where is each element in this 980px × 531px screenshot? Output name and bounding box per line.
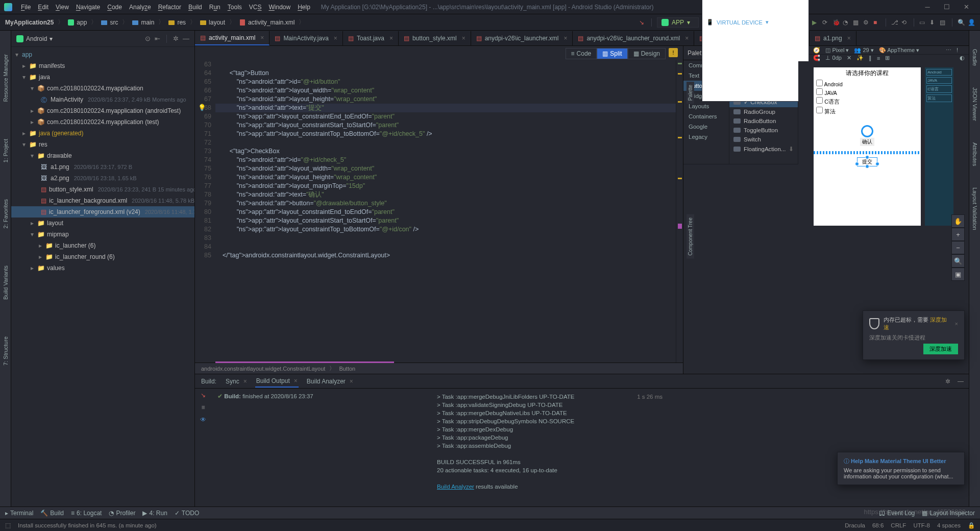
tab-layout-validation[interactable]: Layout Validation bbox=[972, 184, 978, 233]
attach-debugger-icon[interactable]: ⚙ bbox=[863, 19, 870, 26]
breadcrumb[interactable]: layout bbox=[200, 19, 225, 26]
tab-json-viewer[interactable]: JSON Viewer bbox=[972, 84, 978, 124]
bottom-tab-build[interactable]: 🔨 Build bbox=[40, 510, 64, 517]
bottom-tab-todo[interactable]: ✓ TODO bbox=[175, 510, 199, 517]
editor-tab[interactable]: ▤a1.png× bbox=[810, 31, 856, 45]
breadcrumb[interactable]: main bbox=[132, 19, 154, 26]
palette-item[interactable]: RadioGroup bbox=[729, 107, 798, 116]
bottom-tab-run[interactable]: ▶ 4: Run bbox=[142, 510, 167, 517]
search-icon[interactable]: 🔍 bbox=[958, 19, 965, 26]
view-design[interactable]: ▦ Design bbox=[628, 48, 666, 59]
tree-node-folder[interactable]: ▸📁ic_launcher (6) bbox=[11, 240, 194, 251]
tree-node-drawable[interactable]: ▾📁drawable bbox=[11, 150, 194, 161]
menu-analyze[interactable]: Analyze bbox=[126, 4, 155, 11]
device-selector[interactable]: 📱VIRTUAL DEVICE ▾ bbox=[702, 0, 809, 102]
attributes-toggle-icon[interactable]: ◐ bbox=[960, 55, 965, 61]
build-tab-analyzer[interactable]: Build Analyzer× bbox=[306, 376, 354, 387]
status-indent[interactable]: 4 spaces bbox=[937, 522, 961, 528]
editor-tab[interactable]: ▤MainActivity.java× bbox=[270, 31, 343, 45]
breadcrumb[interactable]: app bbox=[68, 19, 87, 26]
zoom-in-icon[interactable]: + bbox=[951, 228, 965, 241]
tab-favorites[interactable]: 2: Favorites bbox=[3, 196, 9, 231]
default-margin[interactable]: ⊥ 0dp bbox=[825, 55, 841, 61]
tab-attributes[interactable]: Attributes bbox=[972, 139, 978, 169]
tree-node-res[interactable]: ▾📁res bbox=[11, 139, 194, 150]
orientation-icon[interactable]: 🧭 bbox=[813, 47, 820, 54]
tree-node-values[interactable]: ▸📁values bbox=[11, 262, 194, 274]
view-split[interactable]: ▥ Split bbox=[597, 48, 627, 59]
tab-project[interactable]: 1: Project bbox=[3, 136, 9, 165]
crumb[interactable]: Button bbox=[339, 366, 355, 372]
autoconnect-icon[interactable]: 🧲 bbox=[813, 55, 820, 61]
theme-selector[interactable]: 🎨 AppTheme ▾ bbox=[879, 47, 919, 54]
selected-widget[interactable]: 提交 bbox=[857, 157, 877, 166]
status-lock-icon[interactable]: 🔒 bbox=[968, 522, 975, 529]
palette-category[interactable]: Google bbox=[683, 122, 729, 132]
palette-item[interactable]: RadioButton bbox=[729, 116, 798, 126]
pack-icon[interactable]: ⊞ bbox=[885, 55, 890, 61]
pan-icon[interactable]: ✋ bbox=[951, 214, 965, 228]
palette-item[interactable]: ToggleButton bbox=[729, 126, 798, 135]
breadcrumb[interactable]: res bbox=[168, 19, 186, 26]
tree-node-layout[interactable]: ▸📁layout bbox=[11, 218, 194, 229]
status-theme[interactable]: Dracula bbox=[845, 522, 865, 528]
tree-node-package[interactable]: ▸📦com.c201801020224.myapplication (andro… bbox=[11, 105, 194, 116]
clear-constraints-icon[interactable]: ✕ bbox=[847, 55, 851, 61]
design-warnings-icon[interactable]: ! bbox=[957, 46, 965, 54]
tree-node-package[interactable]: ▸📦com.c201801020224.myapplication (test) bbox=[11, 116, 194, 128]
close-icon[interactable]: × bbox=[564, 35, 567, 42]
tree-node-generated[interactable]: ▸📁java (generated) bbox=[11, 128, 194, 139]
bottom-tab-logcat[interactable]: ≡ 6: Logcat bbox=[71, 510, 102, 517]
editor-tab[interactable]: ▤activity_main.xml× bbox=[195, 31, 270, 45]
hide-icon[interactable]: — bbox=[183, 35, 189, 42]
apply-changes-icon[interactable]: ⟳ bbox=[822, 19, 829, 26]
breadcrumb[interactable]: src bbox=[101, 19, 118, 26]
project-view-selector[interactable]: Android ▾ bbox=[16, 35, 53, 42]
sdk-manager-icon[interactable]: ⬇ bbox=[929, 19, 937, 26]
zoom-out-icon[interactable]: − bbox=[951, 241, 965, 254]
close-icon[interactable]: × bbox=[260, 34, 264, 41]
status-encoding[interactable]: UTF-8 bbox=[913, 522, 930, 528]
tab-gradle[interactable]: Gradle bbox=[972, 46, 978, 69]
guidelines-icon[interactable]: ‖ bbox=[869, 55, 872, 61]
build-hammer-icon[interactable]: ↘ bbox=[639, 19, 646, 26]
component-tree-stripe-label[interactable]: Component Tree bbox=[687, 214, 694, 259]
tree-node-mipmap[interactable]: ▾📁mipmap bbox=[11, 229, 194, 240]
tab-build-variants[interactable]: Build Variants bbox=[3, 262, 9, 303]
gear-icon[interactable]: ✲ bbox=[173, 35, 179, 42]
git-icon[interactable]: ⎇ bbox=[891, 19, 898, 26]
close-icon[interactable]: × bbox=[847, 35, 851, 42]
close-icon[interactable]: × bbox=[334, 35, 337, 42]
tree-node-file[interactable]: ▤ic_launcher_foreground.xml (v24)2020/8/… bbox=[11, 206, 194, 218]
menu-vcs[interactable]: VCS bbox=[246, 4, 265, 11]
tree-node-package[interactable]: ▾📦com.c201801020224.myapplication bbox=[11, 83, 194, 94]
menu-view[interactable]: View bbox=[52, 4, 72, 11]
bottom-tab-profiler[interactable]: ◔ Profiler bbox=[109, 510, 135, 517]
rerun-icon[interactable]: ↘ bbox=[201, 392, 206, 399]
run-icon[interactable]: ▶ bbox=[812, 19, 819, 26]
status-line-sep[interactable]: CRLF bbox=[891, 522, 906, 528]
tree-node-file[interactable]: 🖼a1.png2020/8/16 23:17, 972 B bbox=[11, 161, 194, 173]
tree-node-class[interactable]: ⒸMainActivity2020/8/16 23:37, 2.49 kB Mo… bbox=[11, 94, 194, 105]
target-icon[interactable]: ⊙ bbox=[145, 35, 151, 42]
zoom-fit-icon[interactable]: 🔍 bbox=[951, 254, 965, 268]
tab-structure[interactable]: 7: Structure bbox=[3, 333, 9, 369]
tree-node-app[interactable]: ▾app bbox=[11, 49, 194, 60]
tab-resource-manager[interactable]: Resource Manager bbox=[3, 51, 9, 105]
design-surface[interactable]: 请选择你的课程 Android JAVA C语言 算法 确认 bbox=[814, 67, 921, 226]
menu-code[interactable]: Code bbox=[104, 4, 126, 11]
toggle-view-icon[interactable]: 👁 bbox=[200, 416, 206, 423]
tree-node-manifests[interactable]: ▸📁manifests bbox=[11, 60, 194, 71]
accelerate-button[interactable]: 深度加速 bbox=[923, 344, 958, 354]
view-code[interactable]: ≡ Code bbox=[566, 48, 597, 59]
warnings-icon[interactable]: ! bbox=[669, 48, 678, 57]
sync-icon[interactable]: ⟲ bbox=[901, 19, 909, 26]
reset-zoom-icon[interactable]: ▣ bbox=[951, 268, 965, 281]
align-icon[interactable]: ≡ bbox=[877, 55, 880, 61]
tree-node-file[interactable]: 🖼a2.png2020/8/16 23:18, 1.65 kB bbox=[11, 173, 194, 184]
stop-icon[interactable]: ■ bbox=[873, 19, 880, 26]
palette-stripe-label[interactable]: Palette bbox=[687, 82, 694, 104]
resource-manager-icon[interactable]: ▤ bbox=[940, 19, 947, 26]
avd-manager-icon[interactable]: ▭ bbox=[919, 19, 926, 26]
status-caret-pos[interactable]: 68:6 bbox=[872, 522, 884, 528]
